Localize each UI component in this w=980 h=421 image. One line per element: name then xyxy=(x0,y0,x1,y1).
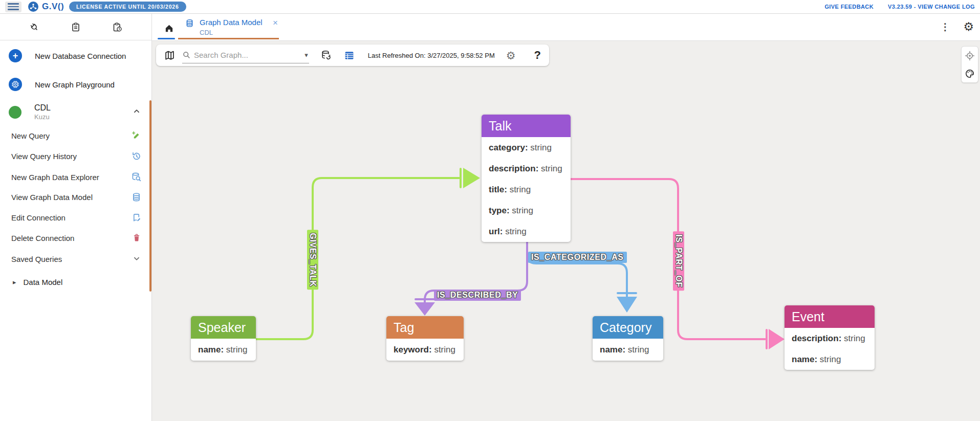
home-tab-button[interactable] xyxy=(160,19,178,37)
dropdown-caret-icon[interactable]: ▾ xyxy=(304,51,309,59)
tab-bar: Graph Data Model × CDL ⋮ ⚙ xyxy=(152,14,980,41)
toolbar-settings-gear-icon[interactable]: ⚙ xyxy=(506,50,516,61)
top-bar: G.V() LICENSE ACTIVE UNTIL 20/03/2026 GI… xyxy=(0,0,980,14)
clipboard-clock-icon xyxy=(112,22,122,32)
hamburger-menu-icon[interactable] xyxy=(5,2,21,12)
arrowhead xyxy=(415,302,435,316)
kebab-menu-icon[interactable]: ⋮ xyxy=(940,21,950,33)
version-changelog-link[interactable]: V3.23.59 - VIEW CHANGE LOG xyxy=(888,4,975,10)
legend-map-button[interactable] xyxy=(164,50,175,61)
connections-tab-button[interactable] xyxy=(26,18,43,36)
connection-status-icon xyxy=(9,106,21,119)
logo-graph-icon xyxy=(28,1,39,12)
sidebar-item-edit-connection[interactable]: Edit Connection xyxy=(0,207,151,228)
database-icon xyxy=(185,19,194,30)
sidebar-item-view-graph-data-model[interactable]: View Graph Data Model xyxy=(0,187,151,207)
settings-gear-icon[interactable]: ⚙ xyxy=(963,21,974,33)
node-event[interactable]: Event descriptionstring namestring xyxy=(785,305,875,370)
node-category[interactable]: Category namestring xyxy=(593,316,663,361)
sidebar-item-new-graph-data-explorer[interactable]: New Graph Data Explorer xyxy=(0,167,151,187)
edge-is-described-by[interactable] xyxy=(415,242,527,316)
plug-icon xyxy=(29,22,39,32)
connection-name: CDL xyxy=(34,103,51,113)
graph-canvas[interactable]: GIVES_TALK IS_CATEGORIZED_AS IS_DESCRIBE… xyxy=(152,41,980,421)
center-graph-button[interactable] xyxy=(962,48,977,63)
sidebar-item-view-query-history[interactable]: View Query History xyxy=(0,146,151,166)
search-input[interactable] xyxy=(194,51,301,59)
new-database-connection-button[interactable]: New Database Connection xyxy=(0,42,151,69)
history-icon xyxy=(132,151,141,161)
database-search-icon xyxy=(131,172,141,182)
chevron-down-icon xyxy=(132,254,141,263)
node-title: Event xyxy=(792,309,824,324)
new-graph-playground-label: New Graph Playground xyxy=(35,80,115,89)
tab-title: Graph Data Model xyxy=(200,18,263,27)
table-view-button[interactable] xyxy=(344,50,355,61)
node-property: urlstring xyxy=(482,221,571,242)
tab-graph-data-model[interactable]: Graph Data Model × CDL xyxy=(178,14,279,39)
node-title: Category xyxy=(600,320,651,335)
queries-tab-button[interactable] xyxy=(67,18,84,36)
clipboard-icon xyxy=(71,22,81,32)
search-icon xyxy=(182,51,191,59)
help-button[interactable]: ? xyxy=(534,49,541,62)
node-property: categorystring xyxy=(482,137,571,158)
node-property: keywordstring xyxy=(386,339,464,361)
edge-gives-talk[interactable] xyxy=(256,168,480,339)
node-header[interactable]: Tag xyxy=(386,316,464,339)
trash-icon xyxy=(132,233,141,242)
license-badge: LICENSE ACTIVE UNTIL 20/03/2026 xyxy=(69,2,186,12)
connection-engine: Kuzu xyxy=(34,113,51,121)
home-icon xyxy=(164,24,174,33)
active-tab-indicator xyxy=(178,38,279,39)
edge-label-is-categorized-as[interactable]: IS_CATEGORIZED_AS xyxy=(528,252,627,263)
node-speaker[interactable]: Speaker namestring xyxy=(191,316,256,361)
sidebar-item-delete-connection[interactable]: Delete Connection xyxy=(0,228,151,248)
node-property: namestring xyxy=(191,339,256,361)
logo-text: G.V() xyxy=(42,2,64,12)
close-icon[interactable]: × xyxy=(273,18,278,28)
arrowhead xyxy=(769,329,785,349)
edge-label-is-part-of[interactable]: IS_PART_OF xyxy=(673,231,684,291)
sidebar: New Database Connection New Graph Playgr… xyxy=(0,14,152,421)
palette-icon xyxy=(965,69,975,79)
style-palette-button[interactable] xyxy=(962,66,977,81)
plus-circle-icon xyxy=(9,49,22,62)
active-connection-indicator xyxy=(149,100,151,292)
node-property: namestring xyxy=(593,339,663,361)
node-title: Speaker xyxy=(198,320,246,335)
database-icon xyxy=(132,192,141,202)
app-logo: G.V() xyxy=(28,1,64,12)
node-talk[interactable]: Talk categorystring descriptionstring ti… xyxy=(482,115,571,242)
give-feedback-link[interactable]: GIVE FEEDBACK xyxy=(824,4,874,10)
node-tag[interactable]: Tag keywordstring xyxy=(386,316,464,361)
pencil-plus-icon xyxy=(132,131,141,141)
node-property: descriptionstring xyxy=(482,158,571,179)
expand-triangle-icon[interactable]: ▸ xyxy=(13,278,16,286)
node-property: descriptionstring xyxy=(785,328,875,349)
node-header[interactable]: Event xyxy=(785,305,875,328)
sidebar-item-new-query[interactable]: New Query xyxy=(0,125,151,146)
sidebar-item-saved-queries[interactable]: Saved Queries xyxy=(0,249,151,269)
node-title: Talk xyxy=(489,119,511,134)
crosshair-icon xyxy=(965,51,975,61)
chevron-up-icon[interactable] xyxy=(132,106,141,118)
home-tab-indicator xyxy=(158,38,175,39)
new-database-connection-label: New Database Connection xyxy=(35,52,126,60)
node-header[interactable]: Category xyxy=(593,316,663,339)
edge-label-gives-talk[interactable]: GIVES_TALK xyxy=(307,230,318,290)
arrowhead xyxy=(463,168,480,188)
node-title: Tag xyxy=(394,320,414,335)
scheduled-queries-tab-button[interactable] xyxy=(108,18,126,36)
edge-label-is-described-by[interactable]: IS_DESCRIBED_BY xyxy=(434,290,521,301)
graph-toolbar: ▾ Last Refreshed On: 3/27 xyxy=(156,45,549,66)
refresh-schema-button[interactable] xyxy=(320,50,332,61)
node-header[interactable]: Talk xyxy=(482,115,571,137)
new-graph-playground-button[interactable]: New Graph Playground xyxy=(0,71,151,98)
sidebar-tab-strip xyxy=(0,14,151,40)
tree-item-data-model[interactable]: ▸ Data Model xyxy=(0,272,151,292)
connection-row-cdl[interactable]: CDL Kuzu xyxy=(0,99,151,125)
search-box[interactable]: ▾ xyxy=(182,47,309,63)
last-refreshed-text: Last Refreshed On: 3/27/2025, 9:58:52 PM xyxy=(368,52,495,59)
node-header[interactable]: Speaker xyxy=(191,316,256,339)
